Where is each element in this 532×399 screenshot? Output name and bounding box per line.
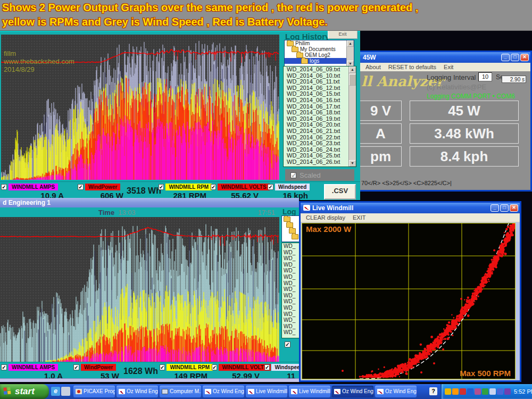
serial-data-string: 70</R> <S>25</S> <C>8225</C>| [361, 180, 452, 186]
usb-device-icon[interactable] [475, 388, 481, 395]
list-item-partial[interactable]: WD_ [282, 262, 299, 268]
list-item[interactable]: WD_2014_06_23.txt [284, 140, 356, 147]
series-checkbox[interactable]: ✓ [160, 364, 165, 370]
update-icon[interactable] [452, 388, 459, 395]
list-item[interactable]: WD_2014_06_18.txt [284, 110, 356, 116]
help-tray-button[interactable]: ? [429, 387, 437, 395]
internet-explorer-icon[interactable]: e [51, 387, 60, 396]
taskbar-button-0[interactable]: PICAXE Prog... [73, 386, 115, 397]
list-item[interactable]: WD_2014_06_26.txt [284, 159, 356, 165]
menu-item-exit[interactable]: Exit [440, 64, 456, 70]
bottom-window-title: d Engineering 1 [3, 199, 51, 206]
menu-item-clear-display[interactable]: CLEAR display [303, 214, 348, 221]
rpm-readout: pm [360, 146, 402, 167]
scaled-checkbox[interactable]: ✓ [290, 172, 296, 178]
live-windmill-titlebar[interactable]: Live Windmill _ □ ✕ [301, 203, 520, 213]
tree-item-partial[interactable] [282, 228, 299, 234]
series-label: WINDMILL RPM [165, 184, 212, 190]
sync-icon[interactable] [497, 388, 503, 395]
close-button[interactable]: ✕ [510, 204, 518, 212]
messenger-icon[interactable] [504, 388, 511, 395]
list-item-partial[interactable]: WD_ [282, 280, 299, 287]
tree-item-my-documents[interactable]: My Documents [285, 46, 354, 52]
bluetooth-icon[interactable] [467, 388, 473, 395]
copyright-label: (c) Relativities@PE [427, 83, 486, 91]
file-list-scrollbar[interactable]: ▲ ▼ [348, 66, 356, 167]
menu-item-about[interactable]: About [362, 64, 384, 70]
scroll-down-icon[interactable]: ▼ [349, 160, 356, 167]
series-checkbox[interactable]: ✓ [211, 184, 216, 190]
taskbar-button-6[interactable]: Oz Wind Engi... [332, 386, 373, 397]
series-checkbox[interactable]: ✓ [212, 364, 217, 370]
exit-button[interactable]: Exit [328, 30, 358, 39]
folder-tree[interactable]: PhilimMy DocumentsOEM Log2logs ▲ ▼ [284, 40, 354, 68]
menu-item-reset-to-defaults[interactable]: RESET to defaults [385, 64, 439, 70]
scroll-up-icon[interactable]: ▲ [349, 66, 356, 73]
tree-item-partial[interactable] [282, 234, 299, 239]
antivirus-icon[interactable] [482, 388, 488, 395]
taskbar-button-2[interactable]: Computer M... [160, 386, 201, 397]
list-item-partial[interactable]: WD_ [282, 255, 299, 262]
analyzer-titlebar[interactable]: 45W _ □ ✕ [360, 52, 530, 63]
folder-tree-partial[interactable] [281, 215, 299, 242]
list-item-partial[interactable]: WD_ [282, 250, 299, 256]
close-button[interactable]: ✕ [520, 54, 529, 61]
scroll-up-icon[interactable]: ▲ [347, 40, 354, 47]
series-checkbox[interactable]: ✓ [1, 184, 7, 190]
tree-item-label: Philim [295, 40, 310, 46]
scrollbar-thumb[interactable] [349, 74, 356, 86]
list-item-partial[interactable]: WD_ [282, 317, 299, 323]
series-checkbox[interactable]: ✓ [1, 364, 7, 370]
scaled-checkbox-row[interactable]: ✓ Scaled [285, 169, 354, 181]
series-label: Windspeed [275, 184, 310, 190]
file-list[interactable]: WD_2014_06_09.txtWD_2014_06_10.txtWD_201… [283, 66, 356, 167]
list-item[interactable]: WD_2014_06_09.txt [284, 66, 356, 73]
list-item[interactable]: WD_2014_06_16.txt [284, 97, 356, 104]
list-item-partial[interactable]: WD_ [282, 274, 299, 280]
maximize-button[interactable]: □ [511, 54, 519, 61]
start-button[interactable]: start [0, 384, 49, 399]
taskbar-button-3[interactable]: Oz Wind Engi... [203, 386, 244, 397]
series-checkbox[interactable]: ✓ [78, 184, 84, 190]
tree-item-partial[interactable] [282, 216, 299, 222]
window-resize-strip [0, 378, 299, 382]
tree-item-oem-log2[interactable]: OEM Log2 [285, 52, 354, 58]
series-checkbox[interactable]: ✓ [73, 364, 79, 370]
list-item-partial[interactable]: WD_ [282, 243, 299, 250]
list-item-partial[interactable]: WD_ [282, 311, 299, 318]
security-shield-icon[interactable] [445, 388, 451, 395]
taskbar-button-4[interactable]: Live Windmill [246, 386, 287, 397]
taskbar-button-label: Oz Wind Engi... [213, 386, 244, 397]
graphics-utility-icon[interactable] [460, 388, 466, 395]
series-checkbox[interactable]: ✓ [264, 364, 270, 370]
list-item-partial[interactable]: WD_ [282, 329, 299, 336]
minimize-button[interactable]: _ [501, 54, 510, 61]
mail-icon[interactable] [61, 387, 70, 396]
taskbar-button-label: Live Windmill [299, 386, 330, 397]
list-item-partial[interactable]: WD_ [282, 268, 299, 274]
list-item-partial[interactable]: WD_ [282, 286, 299, 293]
maximize-button[interactable]: □ [500, 204, 509, 212]
minimize-button[interactable]: _ [491, 204, 499, 212]
list-item[interactable]: WD_2014_06_21.txt [284, 128, 356, 135]
scaled-checkbox-partial[interactable]: ✓ [285, 342, 290, 347]
taskbar-button-5[interactable]: Live Windmill [289, 386, 330, 397]
bottom-window-titlebar[interactable]: d Engineering 1 [0, 198, 299, 207]
tree-scrollbar[interactable]: ▲ ▼ [346, 40, 354, 67]
taskbar-button-1[interactable]: Oz Wind Engi... [117, 386, 158, 397]
list-item-partial[interactable]: WD_ [282, 298, 299, 305]
file-list-partial[interactable]: WD_WD_WD_WD_WD_WD_WD_WD_WD_WD_WD_WD_WD_W… [281, 243, 299, 338]
system-tray: 5:52 PM [440, 384, 532, 399]
bottom-status-bar: 1628 Wh ✓WINDMILL AMPS1.0 A✓WindPower53 … [0, 362, 299, 380]
csv-button[interactable]: .CSV [324, 184, 356, 200]
tree-item-logs[interactable]: logs [285, 58, 354, 64]
taskbar-button-7[interactable]: Oz Wind Engi... [375, 386, 417, 397]
list-item-partial[interactable]: WD_ [282, 305, 299, 311]
menu-item-exit[interactable]: EXIT [350, 214, 369, 221]
network-icon[interactable] [489, 388, 496, 395]
logging-interval-input[interactable]: 10 [478, 72, 492, 81]
list-item-partial[interactable]: WD_ [282, 323, 299, 330]
series-checkbox[interactable]: ✓ [268, 184, 273, 190]
list-item-partial[interactable]: WD_ [282, 293, 299, 299]
series-checkbox[interactable]: ✓ [159, 184, 164, 190]
